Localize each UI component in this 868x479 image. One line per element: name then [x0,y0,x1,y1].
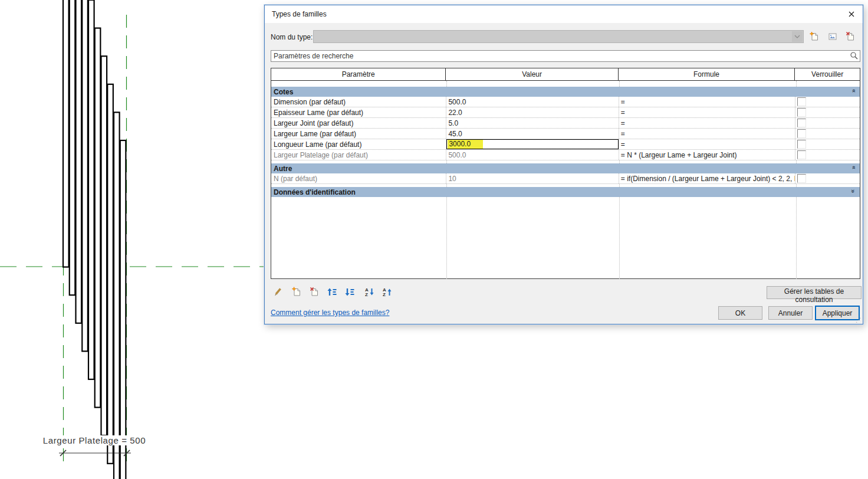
dialog-titlebar[interactable]: Types de familles [265,5,863,23]
plank[interactable] [101,56,107,435]
param-name-cell[interactable]: Longueur Lame (par défaut) [271,139,446,149]
plank[interactable] [63,0,69,267]
param-value-cell[interactable]: 500.0 [446,97,618,107]
collapse-section-icon[interactable]: » [850,166,857,169]
lock-checkbox[interactable] [797,129,806,138]
plank[interactable] [82,0,88,351]
parameters-table: Paramètre Valeur Formule Verrouiller Cot… [271,68,860,279]
param-lock-cell [795,139,860,149]
expand-section-icon[interactable]: » [850,189,857,193]
close-button[interactable] [845,8,858,20]
column-header-verrouiller[interactable]: Verrouiller [795,68,860,80]
sort-ascending-icon: A Z [364,286,376,298]
param-value-cell[interactable]: 22.0 [446,107,618,117]
table-row: Largeur Platelage (par défaut)500.0= N *… [271,150,860,160]
new-parameter-button[interactable] [290,286,303,299]
section-title: Données d'identification [271,188,356,196]
delete-type-button[interactable] [844,30,857,43]
cancel-button[interactable]: Annuler [768,306,813,320]
manage-lookup-tables-button[interactable]: Gérer les tables de consultation [767,286,862,299]
edit-parameter-button[interactable] [272,286,285,299]
section-title: Autre [271,165,292,173]
param-formula-cell[interactable]: = N * (Largeur Lame + Largeur Joint) [619,150,795,160]
move-down-icon [344,286,356,298]
highlighted-value: 3000.0 [448,140,483,149]
table-body: Cotes»Dimension (par défaut)500.0=Epaiss… [271,81,860,279]
param-value-cell[interactable]: 500.0 [446,150,618,160]
sort-descending-icon: A Z [382,286,393,298]
new-parameter-icon [291,286,303,298]
param-formula-cell[interactable]: = [619,97,795,107]
column-header-formule[interactable]: Formule [619,68,795,80]
svg-text:Z: Z [365,292,368,297]
param-value-cell[interactable]: 10 [446,173,618,183]
param-formula-cell[interactable]: = [619,107,795,117]
param-value-cell[interactable]: 45.0 [446,129,618,139]
search-input[interactable] [271,50,860,62]
sort-descending-button[interactable]: A Z [381,286,394,299]
type-name-dropdown[interactable] [313,30,804,43]
section-header[interactable]: Données d'identification» [271,187,860,197]
column-header-valeur[interactable]: Valeur [446,68,618,80]
lock-checkbox[interactable] [797,150,806,159]
new-type-button[interactable] [808,30,821,43]
plank[interactable] [88,0,94,379]
table-row: Longueur Lame (par défaut)3000.0= [271,139,860,150]
param-name-cell[interactable]: Epaisseur Lame (par défaut) [271,107,446,117]
column-header-parametre[interactable]: Paramètre [271,68,446,80]
lock-checkbox[interactable] [797,119,806,127]
section-title: Cotes [271,88,293,96]
param-name-cell[interactable]: N (par défaut) [271,173,446,183]
plank[interactable] [76,0,82,323]
delete-parameter-icon [308,286,320,298]
plank[interactable] [114,112,120,479]
resize-grip[interactable]: ⋰ [856,317,862,323]
apply-button[interactable]: Appliquer [815,306,860,320]
param-name-cell[interactable]: Largeur Lame (par défaut) [271,129,446,139]
param-lock-cell [795,97,860,107]
chevron-down-icon [792,31,803,42]
param-name-cell[interactable]: Largeur Platelage (par défaut) [271,150,446,160]
table-row: Epaisseur Lame (par défaut)22.0= [271,107,860,118]
dialog-title: Types de familles [272,10,327,18]
plank[interactable] [95,28,101,408]
plank[interactable] [107,84,113,464]
rename-type-button[interactable] [827,30,840,43]
lock-checkbox[interactable] [797,140,806,149]
edit-parameter-icon [272,286,284,298]
plank[interactable] [120,140,126,479]
param-value-cell[interactable]: 5.0 [446,118,618,128]
plank[interactable] [70,0,75,295]
table-row: N (par défaut)10= if(Dimension / (Largeu… [271,173,860,184]
new-type-icon [809,31,820,42]
lock-checkbox[interactable] [797,97,806,106]
param-lock-cell [795,118,860,128]
param-name-cell[interactable]: Largeur Joint (par défaut) [271,118,446,128]
plank-geometry [63,0,126,479]
close-icon [847,10,856,18]
help-link[interactable]: Comment gérer les types de familles? [271,309,389,317]
param-formula-cell[interactable]: = [619,139,795,149]
ok-button[interactable]: OK [718,306,762,320]
table-row: Dimension (par défaut)500.0= [271,97,860,107]
param-name-cell[interactable]: Dimension (par défaut) [271,97,446,107]
param-formula-cell[interactable]: = [619,118,795,128]
delete-parameter-button[interactable] [308,286,321,299]
param-formula-cell[interactable]: = if(Dimension / (Largeur Lame + Largeur… [619,173,795,183]
section-header[interactable]: Cotes» [271,87,860,97]
move-up-button[interactable] [326,286,338,299]
param-value-cell[interactable]: 3000.0 [446,139,618,149]
table-row: Largeur Lame (par défaut)45.0= [271,129,860,139]
param-formula-cell[interactable]: = [619,129,795,139]
lock-checkbox[interactable] [797,108,806,117]
family-types-dialog: Types de familles Nom du type: [264,5,863,324]
rename-type-icon [827,31,838,42]
dimension-label: Largeur Platelage = 500 [41,435,148,445]
move-up-icon [326,286,338,298]
param-lock-cell [795,107,860,117]
move-down-button[interactable] [343,286,356,299]
section-header[interactable]: Autre» [271,163,860,173]
sort-ascending-button[interactable]: A Z [363,286,376,299]
lock-checkbox[interactable] [797,174,806,183]
collapse-section-icon[interactable]: » [850,89,857,93]
